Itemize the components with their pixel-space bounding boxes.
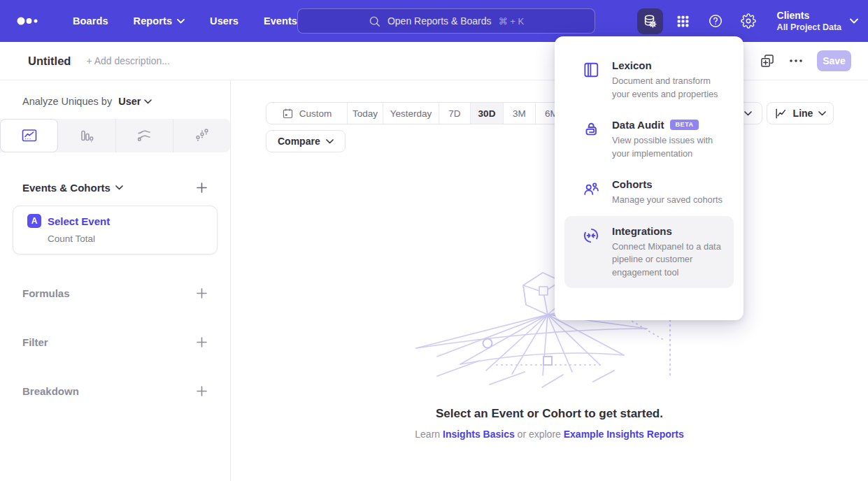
- chevron-down-icon: [850, 18, 858, 24]
- formulas-label: Formulas: [22, 287, 70, 299]
- analyze-label: Analyze Uniques by: [22, 96, 112, 107]
- analyze-uniques-dropdown[interactable]: Analyze Uniques by User: [22, 96, 230, 107]
- integrations-sync-icon: [582, 227, 600, 245]
- top-nav: Boards Reports Users Events Open Reports…: [0, 0, 868, 42]
- filter-label: Filter: [22, 336, 48, 348]
- flow-chart-icon: [136, 127, 152, 144]
- chart-style-label: Line: [793, 108, 813, 119]
- breakdown-label: Breakdown: [22, 385, 79, 397]
- breakdown-section: Breakdown: [22, 366, 208, 415]
- date-range-3m[interactable]: 3M: [504, 103, 536, 124]
- nav-reports[interactable]: Reports: [121, 0, 198, 42]
- example-reports-link[interactable]: Example Insights Reports: [564, 429, 684, 440]
- primary-nav: Boards Reports Users Events: [60, 0, 310, 42]
- line-chart-icon: [21, 127, 38, 144]
- add-formula-button[interactable]: [196, 287, 208, 299]
- project-name: Clients: [777, 9, 841, 22]
- data-management-menu: Lexicon Document and transform your even…: [555, 36, 744, 320]
- empty-state-heading: Select an Event or Cohort to get started…: [231, 407, 868, 421]
- formulas-section: Formulas: [22, 268, 208, 317]
- menu-item-title: Lexicon: [612, 59, 652, 71]
- chevron-down-icon: [818, 111, 826, 116]
- tab-bar-chart[interactable]: [58, 119, 115, 152]
- save-button[interactable]: Save: [817, 50, 851, 71]
- chart-style-dropdown[interactable]: Line: [767, 102, 834, 124]
- menu-item-description: Connect Mixpanel to a data pipeline or c…: [612, 240, 728, 280]
- chevron-down-icon: [115, 185, 123, 190]
- menu-item-title: Data Audit: [612, 119, 664, 131]
- bar-chart-icon: [78, 127, 95, 144]
- select-event-label: Select Event: [48, 215, 110, 227]
- compare-dropdown[interactable]: Compare: [266, 130, 346, 152]
- chart-type-tabs: [0, 119, 230, 152]
- apps-grid-icon: [676, 14, 690, 29]
- project-switcher[interactable]: Clients All Project Data: [777, 9, 858, 33]
- filter-section: Filter: [22, 317, 208, 366]
- scatter-chart-icon: [193, 127, 210, 144]
- more-options-button[interactable]: [789, 59, 803, 63]
- learn-prefix: Learn: [415, 429, 440, 440]
- menu-item-title: Integrations: [612, 225, 672, 237]
- add-event-button[interactable]: [196, 182, 208, 194]
- help-button[interactable]: [703, 8, 729, 34]
- project-scope: All Project Data: [777, 22, 841, 33]
- menu-item-cohorts[interactable]: Cohorts Manage your saved cohorts: [564, 169, 734, 216]
- chevron-down-icon: [326, 139, 334, 144]
- data-management-icon: [642, 13, 657, 29]
- menu-item-data-audit[interactable]: Data Audit BETA View possible issues wit…: [564, 110, 734, 169]
- date-range-custom[interactable]: Custom: [266, 103, 348, 124]
- event-series-badge: A: [27, 214, 41, 228]
- search-icon: [369, 15, 380, 27]
- cohorts-people-icon: [582, 180, 600, 198]
- compare-label: Compare: [278, 136, 320, 147]
- plus-icon: [196, 336, 208, 348]
- data-audit-icon: [582, 120, 600, 138]
- menu-item-title: Cohorts: [612, 178, 653, 190]
- nav-boards[interactable]: Boards: [60, 0, 121, 42]
- insights-basics-link[interactable]: Insights Basics: [443, 429, 515, 440]
- event-card[interactable]: A Select Event Count Total: [13, 206, 218, 254]
- ellipsis-icon: [789, 59, 803, 63]
- apps-grid-button[interactable]: [670, 8, 696, 34]
- calendar-icon: [282, 108, 294, 120]
- plus-icon: [196, 385, 208, 397]
- add-breakdown-button[interactable]: [196, 385, 208, 397]
- menu-item-description: View possible issues with your implement…: [612, 134, 728, 160]
- beta-badge: BETA: [670, 120, 698, 130]
- date-range-7d[interactable]: 7D: [439, 103, 471, 124]
- analyze-value: User: [118, 96, 141, 107]
- empty-state-subtext: Learn Insights Basics or explore Example…: [231, 429, 868, 440]
- add-filter-button[interactable]: [196, 336, 208, 348]
- tab-flow-chart[interactable]: [116, 119, 173, 152]
- plus-icon: [196, 182, 208, 194]
- duplicate-button[interactable]: [760, 53, 775, 69]
- help-icon: [708, 13, 723, 29]
- report-title[interactable]: Untitled: [28, 55, 71, 68]
- query-sidebar: Analyze Uniques by User: [0, 80, 231, 481]
- nav-users[interactable]: Users: [197, 0, 251, 42]
- menu-item-description: Manage your saved cohorts: [612, 194, 723, 207]
- search-input[interactable]: Open Reports & Boards ⌘ + K: [297, 8, 595, 34]
- search-placeholder: Open Reports & Boards: [387, 15, 492, 27]
- chevron-down-icon: [744, 111, 752, 116]
- tab-line-chart[interactable]: [0, 119, 58, 152]
- chevron-down-icon: [144, 99, 152, 104]
- menu-item-integrations[interactable]: Integrations Connect Mixpanel to a data …: [564, 216, 734, 289]
- tab-scatter-chart[interactable]: [173, 119, 230, 152]
- data-management-button[interactable]: [637, 8, 663, 34]
- date-range-today[interactable]: Today: [348, 103, 383, 124]
- add-description[interactable]: + Add description...: [86, 55, 169, 66]
- mixpanel-logo[interactable]: [17, 13, 41, 29]
- line-chart-icon: [774, 107, 788, 120]
- duplicate-icon: [760, 53, 775, 69]
- count-total-dropdown[interactable]: Count Total: [48, 234, 217, 244]
- search-shortcut: ⌘ + K: [499, 16, 525, 27]
- lexicon-book-icon: [582, 61, 600, 79]
- menu-item-lexicon[interactable]: Lexicon Document and transform your even…: [564, 50, 734, 110]
- date-range-30d[interactable]: 30D: [471, 103, 504, 124]
- events-cohorts-dropdown[interactable]: Events & Cohorts: [22, 182, 123, 194]
- settings-button[interactable]: [736, 8, 762, 34]
- plus-icon: [196, 287, 208, 299]
- date-range-yesterday[interactable]: Yesterday: [383, 103, 439, 124]
- explore-middle: or explore: [518, 429, 561, 440]
